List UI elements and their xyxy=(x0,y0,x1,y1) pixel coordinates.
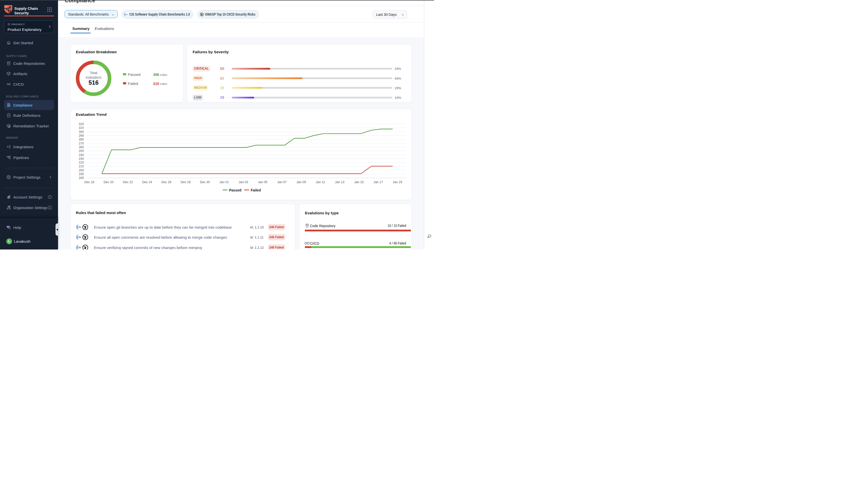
svg-text:CIS: CIS xyxy=(125,14,127,15)
svg-text:CIS: CIS xyxy=(77,246,81,249)
svg-text:?: ? xyxy=(8,226,9,228)
svg-text:CIS: CIS xyxy=(77,226,81,228)
svg-text:CIS: CIS xyxy=(77,236,81,239)
